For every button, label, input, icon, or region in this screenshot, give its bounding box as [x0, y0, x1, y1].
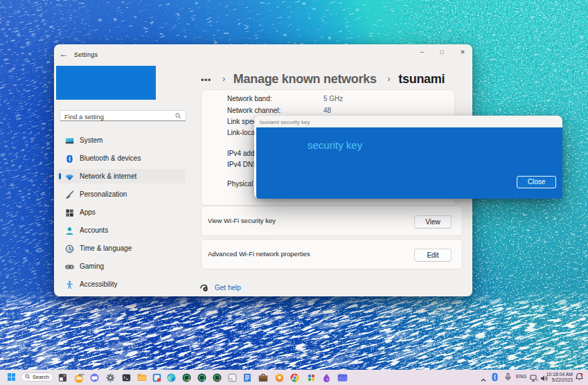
svg-text:67°: 67° — [79, 373, 84, 377]
